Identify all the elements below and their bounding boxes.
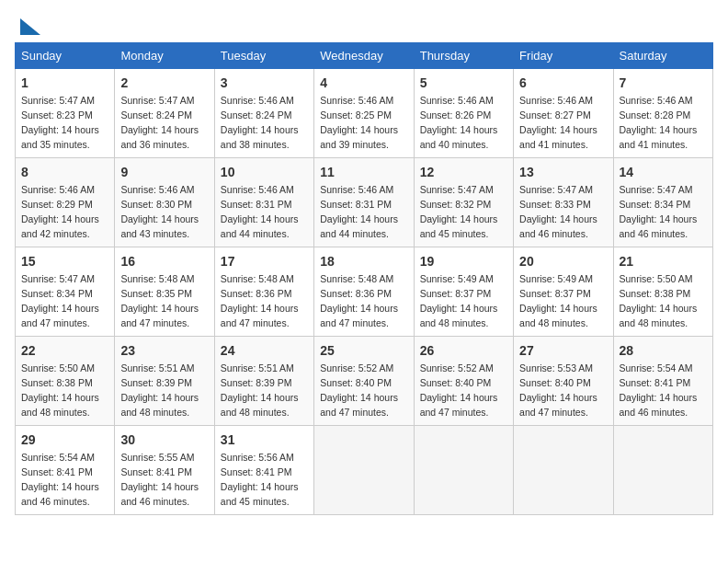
calendar-table: SundayMondayTuesdayWednesdayThursdayFrid… bbox=[15, 42, 713, 515]
day-sunrise: Sunrise: 5:54 AM bbox=[21, 452, 95, 463]
day-daylight: Daylight: 14 hours and 44 minutes. bbox=[320, 213, 398, 239]
day-sunrise: Sunrise: 5:49 AM bbox=[420, 273, 494, 284]
day-number: 21 bbox=[620, 252, 707, 270]
logo bbox=[15, 15, 40, 35]
calendar-day-18: 18 Sunrise: 5:48 AM Sunset: 8:36 PM Dayl… bbox=[314, 247, 414, 337]
day-daylight: Daylight: 14 hours and 47 minutes. bbox=[320, 392, 398, 418]
day-sunrise: Sunrise: 5:55 AM bbox=[120, 452, 194, 463]
day-number: 29 bbox=[21, 431, 108, 449]
day-daylight: Daylight: 14 hours and 47 minutes. bbox=[120, 303, 199, 328]
calendar-day-23: 23 Sunrise: 5:51 AM Sunset: 8:39 PM Dayl… bbox=[115, 337, 214, 426]
day-sunset: Sunset: 8:27 PM bbox=[519, 109, 591, 121]
day-sunrise: Sunrise: 5:48 AM bbox=[120, 273, 194, 284]
day-number: 26 bbox=[420, 341, 507, 360]
calendar-day-11: 11 Sunrise: 5:46 AM Sunset: 8:31 PM Dayl… bbox=[314, 158, 414, 247]
day-sunrise: Sunrise: 5:47 AM bbox=[519, 184, 593, 195]
calendar-week-3: 15 Sunrise: 5:47 AM Sunset: 8:34 PM Dayl… bbox=[16, 247, 713, 337]
day-number: 3 bbox=[221, 74, 308, 92]
day-sunset: Sunset: 8:41 PM bbox=[120, 466, 192, 477]
calendar-day-27: 27 Sunrise: 5:53 AM Sunset: 8:40 PM Dayl… bbox=[514, 337, 613, 426]
day-number: 14 bbox=[620, 163, 707, 181]
calendar-day-2: 2 Sunrise: 5:47 AM Sunset: 8:24 PM Dayli… bbox=[115, 69, 214, 158]
day-daylight: Daylight: 14 hours and 48 minutes. bbox=[21, 392, 99, 418]
day-sunset: Sunset: 8:40 PM bbox=[320, 377, 392, 388]
weekday-header-row: SundayMondayTuesdayWednesdayThursdayFrid… bbox=[16, 43, 713, 69]
day-sunrise: Sunrise: 5:47 AM bbox=[420, 184, 494, 195]
day-daylight: Daylight: 14 hours and 46 minutes. bbox=[120, 481, 199, 507]
calendar-day-20: 20 Sunrise: 5:49 AM Sunset: 8:37 PM Dayl… bbox=[514, 247, 613, 337]
day-number: 23 bbox=[120, 341, 208, 360]
day-sunrise: Sunrise: 5:50 AM bbox=[21, 362, 95, 373]
day-number: 6 bbox=[519, 74, 607, 92]
day-number: 2 bbox=[120, 74, 208, 92]
day-daylight: Daylight: 14 hours and 47 minutes. bbox=[519, 392, 597, 418]
day-sunset: Sunset: 8:26 PM bbox=[420, 109, 492, 121]
day-sunrise: Sunrise: 5:52 AM bbox=[320, 362, 393, 373]
day-sunset: Sunset: 8:36 PM bbox=[221, 288, 292, 299]
calendar-day-17: 17 Sunrise: 5:48 AM Sunset: 8:36 PM Dayl… bbox=[214, 247, 313, 337]
day-sunrise: Sunrise: 5:56 AM bbox=[221, 452, 294, 463]
day-sunrise: Sunrise: 5:46 AM bbox=[221, 184, 294, 195]
calendar-day-16: 16 Sunrise: 5:48 AM Sunset: 8:35 PM Dayl… bbox=[115, 247, 214, 337]
day-daylight: Daylight: 14 hours and 48 minutes. bbox=[420, 303, 498, 328]
calendar-week-5: 29 Sunrise: 5:54 AM Sunset: 8:41 PM Dayl… bbox=[16, 426, 713, 515]
calendar-day-8: 8 Sunrise: 5:46 AM Sunset: 8:29 PM Dayli… bbox=[16, 158, 115, 247]
day-daylight: Daylight: 14 hours and 46 minutes. bbox=[620, 392, 698, 418]
calendar-day-9: 9 Sunrise: 5:46 AM Sunset: 8:30 PM Dayli… bbox=[115, 158, 214, 247]
day-sunset: Sunset: 8:40 PM bbox=[420, 377, 492, 388]
calendar-day-28: 28 Sunrise: 5:54 AM Sunset: 8:41 PM Dayl… bbox=[613, 337, 712, 426]
day-number: 1 bbox=[21, 74, 108, 92]
day-sunset: Sunset: 8:38 PM bbox=[21, 377, 93, 388]
calendar-day-14: 14 Sunrise: 5:47 AM Sunset: 8:34 PM Dayl… bbox=[613, 158, 712, 247]
calendar-day-21: 21 Sunrise: 5:50 AM Sunset: 8:38 PM Dayl… bbox=[613, 247, 712, 337]
day-daylight: Daylight: 14 hours and 47 minutes. bbox=[221, 303, 299, 328]
day-number: 25 bbox=[320, 341, 407, 360]
calendar-day-29: 29 Sunrise: 5:54 AM Sunset: 8:41 PM Dayl… bbox=[16, 426, 115, 515]
day-sunset: Sunset: 8:37 PM bbox=[420, 288, 492, 299]
calendar-day-1: 1 Sunrise: 5:47 AM Sunset: 8:23 PM Dayli… bbox=[16, 69, 115, 158]
day-sunrise: Sunrise: 5:54 AM bbox=[620, 362, 693, 373]
day-sunset: Sunset: 8:31 PM bbox=[221, 199, 292, 210]
day-sunset: Sunset: 8:31 PM bbox=[320, 199, 392, 210]
calendar-week-2: 8 Sunrise: 5:46 AM Sunset: 8:29 PM Dayli… bbox=[16, 158, 713, 247]
day-number: 15 bbox=[21, 252, 108, 270]
calendar-day-25: 25 Sunrise: 5:52 AM Sunset: 8:40 PM Dayl… bbox=[314, 337, 414, 426]
day-sunrise: Sunrise: 5:47 AM bbox=[620, 184, 693, 195]
weekday-header-monday: Monday bbox=[115, 43, 214, 69]
day-daylight: Daylight: 14 hours and 38 minutes. bbox=[221, 124, 299, 150]
weekday-header-sunday: Sunday bbox=[16, 43, 115, 69]
day-number: 31 bbox=[221, 431, 308, 449]
day-daylight: Daylight: 14 hours and 44 minutes. bbox=[221, 213, 299, 239]
day-number: 16 bbox=[120, 252, 208, 270]
day-daylight: Daylight: 14 hours and 36 minutes. bbox=[120, 124, 199, 150]
calendar-day-19: 19 Sunrise: 5:49 AM Sunset: 8:37 PM Dayl… bbox=[414, 247, 513, 337]
calendar-day-26: 26 Sunrise: 5:52 AM Sunset: 8:40 PM Dayl… bbox=[414, 337, 513, 426]
calendar-day-12: 12 Sunrise: 5:47 AM Sunset: 8:32 PM Dayl… bbox=[414, 158, 513, 247]
day-number: 5 bbox=[420, 74, 507, 92]
day-sunset: Sunset: 8:24 PM bbox=[221, 109, 292, 121]
day-sunset: Sunset: 8:41 PM bbox=[221, 466, 292, 477]
day-daylight: Daylight: 14 hours and 41 minutes. bbox=[519, 124, 597, 150]
day-sunrise: Sunrise: 5:47 AM bbox=[120, 95, 194, 106]
day-number: 24 bbox=[221, 341, 308, 360]
day-daylight: Daylight: 14 hours and 46 minutes. bbox=[620, 213, 698, 239]
day-number: 27 bbox=[519, 341, 607, 360]
day-daylight: Daylight: 14 hours and 47 minutes. bbox=[21, 303, 99, 328]
day-sunset: Sunset: 8:32 PM bbox=[420, 199, 492, 210]
day-daylight: Daylight: 14 hours and 48 minutes. bbox=[221, 392, 299, 418]
calendar-week-1: 1 Sunrise: 5:47 AM Sunset: 8:23 PM Dayli… bbox=[16, 69, 713, 158]
calendar-day-3: 3 Sunrise: 5:46 AM Sunset: 8:24 PM Dayli… bbox=[214, 69, 313, 158]
day-daylight: Daylight: 14 hours and 40 minutes. bbox=[420, 124, 498, 150]
calendar-day-4: 4 Sunrise: 5:46 AM Sunset: 8:25 PM Dayli… bbox=[314, 69, 414, 158]
day-daylight: Daylight: 14 hours and 46 minutes. bbox=[519, 213, 597, 239]
day-sunrise: Sunrise: 5:53 AM bbox=[519, 362, 593, 373]
weekday-header-friday: Friday bbox=[514, 43, 613, 69]
day-sunset: Sunset: 8:39 PM bbox=[120, 377, 192, 388]
day-sunrise: Sunrise: 5:46 AM bbox=[21, 184, 95, 195]
day-number: 30 bbox=[120, 431, 208, 449]
logo-arrow-icon bbox=[20, 18, 40, 35]
day-sunrise: Sunrise: 5:48 AM bbox=[320, 273, 393, 284]
day-daylight: Daylight: 14 hours and 48 minutes. bbox=[120, 392, 199, 418]
day-number: 17 bbox=[221, 252, 308, 270]
day-daylight: Daylight: 14 hours and 48 minutes. bbox=[519, 303, 597, 328]
